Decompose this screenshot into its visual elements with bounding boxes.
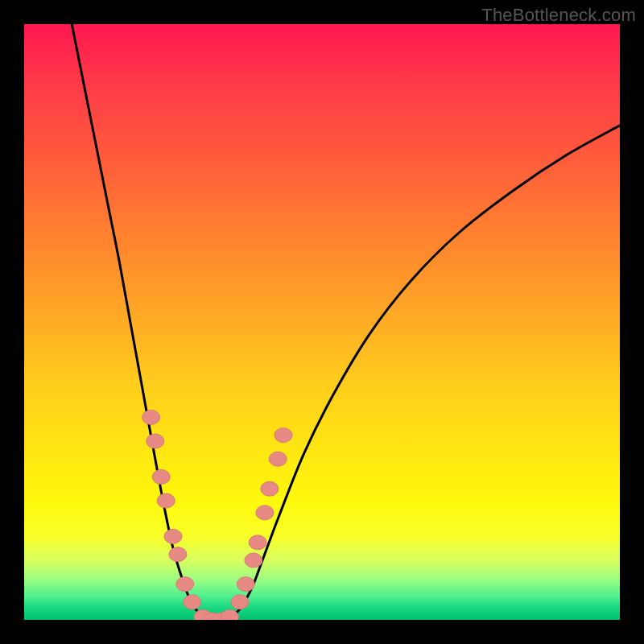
bottleneck-path — [72, 24, 620, 620]
data-marker — [221, 609, 238, 620]
data-marker — [249, 535, 266, 550]
data-marker — [184, 595, 201, 609]
data-marker — [147, 434, 164, 448]
data-marker — [176, 577, 194, 592]
data-marker — [231, 595, 249, 609]
data-marker — [169, 547, 187, 562]
data-marker — [157, 493, 175, 508]
data-marker — [237, 577, 254, 592]
chart-frame: TheBottleneck.com — [0, 0, 644, 644]
data-marker — [164, 529, 182, 543]
data-marker — [142, 410, 160, 424]
data-marker — [261, 481, 279, 496]
chart-svg — [24, 24, 620, 620]
bottleneck-curve — [72, 24, 620, 620]
data-marker — [275, 428, 292, 443]
data-marker — [152, 469, 170, 484]
watermark-text: TheBottleneck.com — [481, 5, 636, 26]
data-marker — [256, 506, 274, 520]
data-marker — [245, 553, 262, 568]
plot-area — [24, 24, 620, 620]
data-marker — [269, 452, 287, 466]
